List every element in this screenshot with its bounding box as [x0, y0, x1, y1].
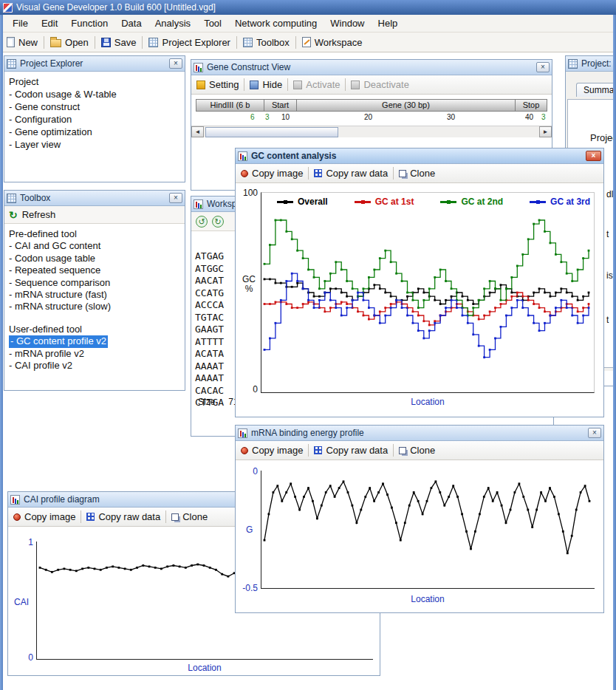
toolbox-item[interactable]: - CAI and GC content — [9, 240, 180, 252]
copy-raw-data-button[interactable]: Copy raw data — [314, 168, 388, 179]
open-button[interactable]: Open — [47, 37, 92, 48]
setting-button[interactable]: Setting — [196, 79, 239, 90]
segment-gene: Gene (30 bp) — [297, 100, 516, 111]
legend-label: Overall — [298, 197, 328, 207]
menu-item[interactable]: Window — [324, 15, 371, 32]
ruler-tick: 10 — [281, 113, 290, 121]
menu-item[interactable]: Analysis — [148, 15, 197, 32]
toolbox-item[interactable]: - CAI profile v2 — [9, 360, 180, 372]
project-explorer-titlebar[interactable]: Project Explorer × — [4, 56, 185, 72]
gc-title: GC content analysis — [251, 151, 336, 161]
y-tick-max: 100 — [239, 188, 258, 198]
project-explorer-button[interactable]: Project Explorer — [145, 37, 233, 48]
predefined-tool-header: Pre-defined tool — [9, 228, 180, 240]
y-axis-label: GC % — [240, 275, 258, 293]
main-titlebar[interactable]: Visual Gene Developer 1.0 Build 600 [Unt… — [0, 0, 616, 15]
copy-image-button[interactable]: Copy image — [241, 445, 303, 456]
gene-construct-title: Gene Construct View — [207, 62, 290, 72]
gene-construct-toolbar: Setting Hide Activate Deactivate — [191, 75, 552, 95]
toolbox-item-selected[interactable]: - GC content profile v2 — [9, 335, 180, 347]
forward-icon[interactable]: ↻ — [212, 216, 224, 228]
ruler-marker: 6 — [250, 113, 255, 121]
clone-button[interactable]: Clone — [399, 168, 435, 179]
menu-item[interactable]: Tool — [197, 15, 228, 32]
menu-item[interactable]: Help — [372, 15, 405, 32]
close-icon[interactable]: × — [588, 428, 601, 438]
new-button[interactable]: New — [3, 37, 41, 48]
setting-label: Setting — [209, 79, 239, 90]
toolbox-body: Pre-defined tool - CAI and GC content- C… — [4, 224, 185, 372]
scroll-left-icon[interactable]: ◄ — [191, 126, 204, 137]
toolbox-item[interactable]: - mRNA profile v2 — [9, 348, 180, 360]
refresh-button[interactable]: Refresh — [22, 209, 56, 220]
spacer — [9, 313, 180, 324]
tree-item[interactable]: - Configuration — [9, 113, 180, 126]
legend-item: GC at 1st — [355, 197, 414, 207]
legend-label: GC at 1st — [375, 197, 414, 207]
tree-item[interactable]: - Layer view — [9, 138, 180, 151]
project-panel-titlebar[interactable]: Project: U — [566, 56, 616, 72]
gc-titlebar[interactable]: GC content analysis × — [236, 148, 603, 164]
menu-item[interactable]: File — [6, 15, 35, 32]
toolbox-window: Toolbox × ↻ Refresh Pre-defined tool - C… — [4, 190, 185, 391]
toolbar-separator — [393, 444, 394, 457]
toolbar-separator — [295, 36, 296, 49]
toolbox-item[interactable]: - Repeated sequence — [9, 264, 180, 276]
hide-button[interactable]: Hide — [250, 79, 282, 90]
tree-item[interactable]: - Codon usage & W-table — [9, 88, 180, 100]
menu-item[interactable]: Data — [114, 15, 148, 32]
tree-item[interactable]: - Gene optimization — [9, 126, 180, 138]
close-icon[interactable]: × — [536, 62, 550, 72]
copy-image-label: Copy image — [252, 445, 303, 456]
y-tick-max: 1 — [14, 537, 33, 547]
copy-raw-data-icon — [314, 446, 322, 454]
horizontal-scrollbar[interactable]: ◄ ► — [191, 126, 552, 137]
gc-toolbar: Copy image Copy raw data Clone — [236, 164, 603, 183]
project-icon — [568, 59, 578, 69]
toolbox-item[interactable]: - Codon usage table — [9, 253, 180, 264]
back-icon[interactable]: ↺ — [196, 216, 208, 228]
close-icon[interactable]: × — [169, 58, 182, 69]
tab-summary[interactable]: Summary — [576, 83, 616, 97]
x-axis-label: Location — [261, 594, 595, 604]
clipped-text: is — [606, 270, 613, 281]
close-icon[interactable]: × — [169, 193, 182, 203]
toolbox-titlebar[interactable]: Toolbox × — [4, 191, 185, 206]
toolbox-item[interactable]: - Sequence comparison — [9, 277, 180, 289]
scrollbar-thumb[interactable] — [205, 127, 338, 137]
y-tick-min: -0.5 — [236, 583, 258, 593]
menu-item[interactable]: Network computing — [228, 15, 324, 32]
copy-image-icon — [13, 513, 21, 521]
toolbox-item[interactable]: - mRNA structure (slow) — [9, 301, 180, 312]
mrna-title: mRNA binding energy profile — [251, 428, 364, 438]
toolbox-button[interactable]: Toolbox — [239, 37, 293, 48]
mrna-toolbar: Copy image Copy raw data Clone — [236, 441, 603, 460]
activate-button[interactable]: Activate — [293, 79, 340, 90]
new-file-icon — [7, 37, 15, 47]
copy-raw-data-button[interactable]: Copy raw data — [314, 445, 388, 456]
chart-icon — [238, 428, 247, 438]
gene-construct-titlebar[interactable]: Gene Construct View × — [191, 60, 552, 75]
clone-button[interactable]: Clone — [171, 511, 208, 522]
scroll-right-icon[interactable]: ► — [539, 126, 552, 137]
workspace-button[interactable]: Workspace — [298, 37, 366, 48]
menu-item[interactable]: Function — [64, 15, 114, 32]
chart-legend: Overall GC at 1st GC at 2nd GC at 3rd — [277, 197, 590, 207]
menu-item[interactable]: Edit — [35, 15, 64, 32]
deactivate-button[interactable]: Deactivate — [351, 79, 408, 90]
mrna-titlebar[interactable]: mRNA binding energy profile × — [236, 426, 603, 441]
toolbox-item[interactable]: - mRNA structure (fast) — [9, 289, 180, 301]
legend-swatch — [530, 201, 546, 203]
ruler-marker: 3 — [265, 113, 270, 121]
legend-label: GC at 3rd — [550, 197, 590, 207]
copy-image-button[interactable]: Copy image — [241, 168, 303, 179]
workspace-label: Workspace — [315, 37, 363, 48]
copy-image-button[interactable]: Copy image — [13, 511, 75, 522]
clone-button[interactable]: Clone — [399, 445, 435, 456]
copy-raw-data-button[interactable]: Copy raw data — [86, 511, 160, 522]
tree-root[interactable]: Project — [9, 75, 180, 88]
legend-swatch — [440, 201, 456, 203]
tree-item[interactable]: - Gene construct — [9, 100, 180, 113]
close-icon[interactable]: × — [586, 151, 601, 161]
save-button[interactable]: Save — [97, 37, 140, 48]
